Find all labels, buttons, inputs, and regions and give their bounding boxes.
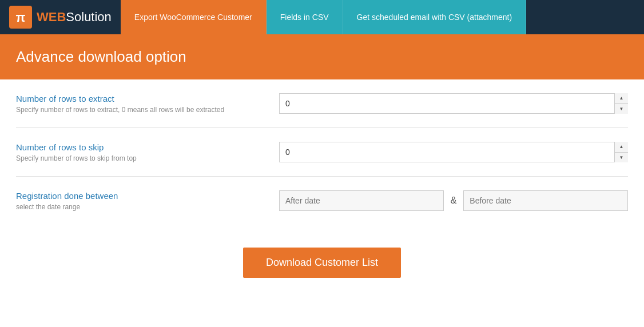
extract-input[interactable]: [279, 93, 628, 114]
form-row-registration: Registration done between select the dat…: [16, 177, 628, 225]
download-button[interactable]: Download Customer List: [243, 248, 401, 278]
registration-title: Registration done between: [16, 191, 279, 201]
svg-text:π: π: [16, 10, 26, 25]
skip-spin-buttons: ▲ ▼: [614, 142, 628, 162]
tab-fields[interactable]: Fields in CSV: [267, 0, 343, 34]
field-input-registration: &: [279, 190, 628, 211]
after-date-input[interactable]: [279, 190, 444, 211]
extract-input-wrapper: ▲ ▼: [279, 93, 628, 114]
extract-spin-up[interactable]: ▲: [615, 93, 628, 104]
logo-solution: Solution: [66, 10, 112, 24]
page-header: Advance download option: [0, 34, 644, 79]
field-input-extract: ▲ ▼: [279, 93, 628, 114]
extract-title: Number of rows to extract: [16, 94, 279, 103]
extract-desc: Specify number of rows to extract, 0 mea…: [16, 106, 279, 114]
skip-spin-up[interactable]: ▲: [615, 142, 628, 153]
registration-desc: select the date range: [16, 203, 279, 211]
skip-desc: Specify number of rows to skip from top: [16, 154, 279, 162]
page-title: Advance download option: [16, 48, 186, 65]
extract-spin-down[interactable]: ▼: [615, 104, 628, 114]
nav-tabs: Export WooCommerce Customer Fields in CS…: [121, 0, 644, 34]
skip-input-wrapper: ▲ ▼: [279, 142, 628, 162]
skip-spin-down[interactable]: ▼: [615, 153, 628, 163]
field-label-registration: Registration done between select the dat…: [16, 191, 279, 211]
field-label-extract: Number of rows to extract Specify number…: [16, 94, 279, 114]
download-area: Download Customer List: [0, 225, 644, 295]
form-row-skip: Number of rows to skip Specify number of…: [16, 128, 628, 177]
field-label-skip: Number of rows to skip Specify number of…: [16, 142, 279, 162]
tab-export[interactable]: Export WooCommerce Customer: [121, 0, 267, 34]
logo-text: WEBSolution: [37, 10, 112, 25]
before-date-input[interactable]: [463, 190, 628, 211]
form-row-extract: Number of rows to extract Specify number…: [16, 79, 628, 128]
logo: π WEBSolution: [0, 0, 121, 34]
tab-email[interactable]: Get scheduled email with CSV (attachment…: [343, 0, 527, 34]
header: π WEBSolution Export WooCommerce Custome…: [0, 0, 644, 34]
skip-input[interactable]: [279, 142, 628, 162]
date-inputs: &: [279, 190, 628, 211]
skip-title: Number of rows to skip: [16, 142, 279, 152]
content: Number of rows to extract Specify number…: [0, 79, 644, 225]
date-separator: &: [451, 196, 457, 206]
logo-icon: π: [9, 6, 32, 29]
field-input-skip: ▲ ▼: [279, 142, 628, 162]
logo-web: WEB: [37, 10, 66, 24]
extract-spin-buttons: ▲ ▼: [614, 93, 628, 114]
